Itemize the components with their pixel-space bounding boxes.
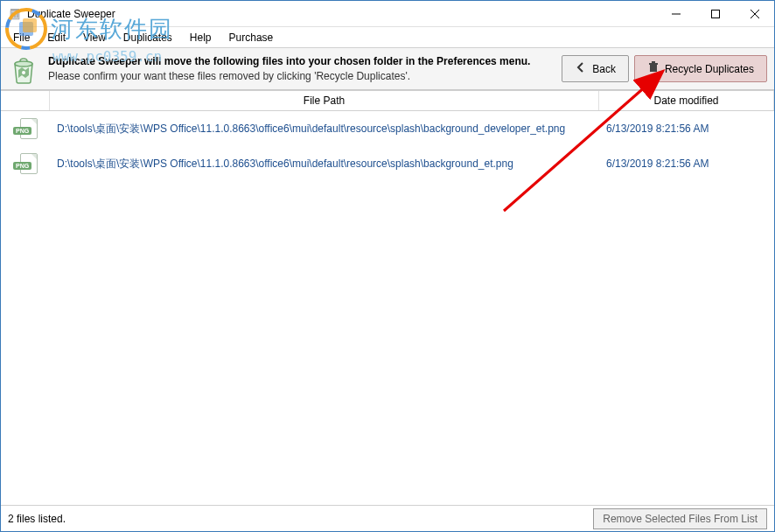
table-row[interactable]: PNG D:\tools\桌面\安装\WPS Office\11.1.0.866… [1, 146, 774, 181]
menu-view[interactable]: View [74, 30, 115, 46]
status-bar: 2 files listed. Remove Selected Files Fr… [1, 505, 774, 531]
file-type-icon: PNG [1, 118, 50, 139]
window-controls [656, 1, 774, 26]
file-date-cell: 6/13/2019 8:21:56 AM [599, 158, 774, 170]
menu-purchase[interactable]: Purchase [220, 30, 283, 46]
column-header-date[interactable]: Date modified [599, 91, 774, 110]
info-banner: Duplicate Sweeper will move the followin… [1, 48, 774, 90]
minimize-button[interactable] [656, 1, 695, 26]
menu-duplicates[interactable]: Duplicates [115, 30, 181, 46]
back-button[interactable]: Back [562, 55, 629, 82]
column-header-path[interactable]: File Path [50, 91, 599, 110]
menu-help[interactable]: Help [181, 30, 220, 46]
png-badge: PNG [13, 127, 31, 135]
file-path-cell: D:\tools\桌面\安装\WPS Office\11.1.0.8663\of… [50, 157, 599, 172]
recycle-duplicates-button[interactable]: Recycle Duplicates [634, 55, 767, 82]
table-header: File Path Date modified [1, 90, 774, 111]
table-body: PNG D:\tools\桌面\安装\WPS Office\11.1.0.866… [1, 111, 774, 494]
table-row[interactable]: PNG D:\tools\桌面\安装\WPS Office\11.1.0.866… [1, 111, 774, 146]
svg-rect-12 [649, 63, 658, 65]
png-badge: PNG [13, 162, 31, 170]
svg-point-9 [15, 61, 32, 66]
recycle-bin-icon [8, 53, 39, 85]
window-title: Duplicate Sweeper [27, 8, 656, 20]
banner-subtext: Please confirm your want these files rem… [48, 69, 562, 84]
close-button[interactable] [735, 1, 774, 26]
trash-icon [647, 61, 660, 76]
file-type-icon: PNG [1, 153, 50, 174]
back-button-label: Back [592, 63, 616, 75]
title-bar: Duplicate Sweeper [1, 1, 774, 27]
back-arrow-icon [575, 61, 587, 76]
maximize-button[interactable] [695, 1, 735, 26]
svg-point-10 [22, 71, 25, 74]
menu-bar: File Edit View Duplicates Help Purchase [1, 27, 774, 48]
file-date-cell: 6/13/2019 8:21:56 AM [599, 122, 774, 135]
svg-rect-1 [10, 9, 19, 10]
svg-rect-6 [711, 10, 719, 18]
app-icon [8, 7, 22, 21]
recycle-button-label: Recycle Duplicates [665, 63, 754, 75]
column-header-icon[interactable] [1, 91, 50, 110]
svg-rect-11 [650, 65, 657, 72]
status-text: 2 files listed. [8, 513, 66, 525]
svg-rect-13 [652, 61, 655, 63]
file-path-cell: D:\tools\桌面\安装\WPS Office\11.1.0.8663\of… [50, 122, 599, 136]
banner-buttons: Back Recycle Duplicates [562, 55, 767, 82]
banner-headline: Duplicate Sweeper will move the followin… [48, 54, 562, 69]
menu-edit[interactable]: Edit [38, 30, 74, 46]
banner-text: Duplicate Sweeper will move the followin… [48, 54, 562, 84]
remove-selected-button[interactable]: Remove Selected Files From List [593, 508, 767, 529]
menu-file[interactable]: File [4, 30, 38, 46]
